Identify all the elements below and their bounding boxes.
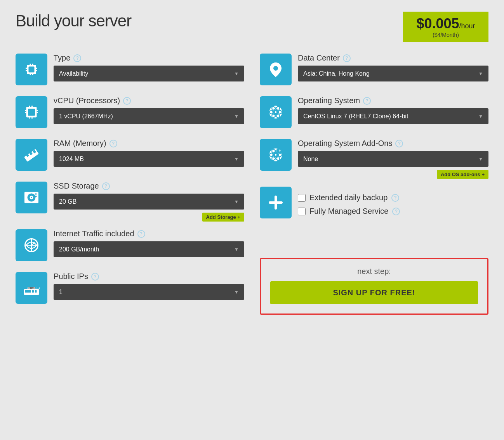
signup-button[interactable]: SIGN UP FOR FREE! [270, 281, 478, 304]
price-per: /hour [459, 22, 475, 30]
fully-managed-checkbox[interactable] [298, 208, 306, 215]
extended-backup-help-icon[interactable]: ? [391, 194, 399, 202]
ram-section: RAM (Memory) ? 512 MB 1024 MB 2048 MB 40… [16, 139, 244, 171]
svg-rect-6 [30, 64, 31, 65]
type-help-icon[interactable]: ? [73, 54, 81, 62]
datacenter-label: Data Center ? [298, 54, 488, 62]
fully-managed-item[interactable]: Fully Managed Service ? [298, 207, 488, 216]
left-column: Type ? Availability Performance Dedicate… [16, 54, 244, 315]
svg-rect-5 [36, 70, 37, 71]
os-select[interactable]: CentOS Linux 7 (RHEL7 Clone) 64-bit Ubun… [298, 108, 488, 124]
os-icon [266, 103, 285, 121]
price-monthly: ($4/Month) [411, 32, 481, 38]
fully-managed-label: Fully Managed Service [309, 207, 388, 216]
svg-rect-17 [31, 106, 33, 107]
svg-rect-19 [31, 118, 33, 119]
svg-rect-4 [36, 68, 37, 69]
svg-rect-28 [35, 194, 37, 195]
svg-rect-18 [29, 118, 30, 119]
datacenter-field-group: Data Center ? Asia: China, Hong Kong US:… [298, 54, 488, 81]
svg-point-41 [273, 66, 278, 71]
svg-rect-8 [30, 74, 31, 75]
extra-icon-box [260, 187, 292, 218]
ssd-select-wrapper: 20 GB 40 GB 80 GB 160 GB ▼ [54, 194, 244, 210]
ram-select[interactable]: 512 MB 1024 MB 2048 MB 4096 MB [54, 151, 244, 167]
price-amount: $0.005 [416, 16, 459, 31]
svg-rect-29 [35, 196, 37, 197]
traffic-select[interactable]: 200 GB/month 500 GB/month 1 TB/month [54, 241, 244, 257]
ssd-field-group: SSD Storage ? 20 GB 40 GB 80 GB 160 GB ▼… [54, 182, 244, 222]
traffic-label: Internet Traffic included ? [54, 229, 244, 238]
traffic-icon [22, 236, 41, 255]
public-ips-section: 192.168.1.1 Public IPs ? 1 2 3 4 [16, 272, 244, 304]
ram-help-icon[interactable]: ? [109, 140, 117, 147]
public-ips-field-group: Public IPs ? 1 2 3 4 5 ▼ [54, 272, 244, 300]
extra-options-group: Extended daily backup ? Fully Managed Se… [298, 189, 488, 216]
cpu-icon [22, 60, 41, 79]
vcpu-icon-box [16, 96, 47, 128]
traffic-field-group: Internet Traffic included ? 200 GB/month… [54, 229, 244, 257]
svg-point-44 [275, 111, 277, 113]
os-addons-field-group: Operating System Add-Ons ? None cPanel P… [298, 139, 488, 179]
public-ips-icon-box: 192.168.1.1 [16, 272, 47, 304]
traffic-section: Internet Traffic included ? 200 GB/month… [16, 229, 244, 261]
vcpu-icon [22, 103, 41, 121]
traffic-select-wrapper: 200 GB/month 500 GB/month 1 TB/month ▼ [54, 241, 244, 257]
ssd-select[interactable]: 20 GB 40 GB 80 GB 160 GB [54, 194, 244, 210]
type-label: Type ? [54, 54, 244, 62]
svg-rect-9 [32, 74, 33, 75]
extra-options-section: Extended daily backup ? Fully Managed Se… [260, 187, 488, 218]
main-content: Type ? Availability Performance Dedicate… [0, 50, 504, 326]
add-os-addons-button[interactable]: Add OS add-ons + [437, 170, 488, 179]
public-ips-help-icon[interactable]: ? [91, 273, 99, 281]
next-step-label: next step: [270, 267, 478, 276]
add-storage-button[interactable]: Add Storage + [202, 213, 245, 222]
ssd-label: SSD Storage ? [54, 182, 244, 191]
os-addons-select[interactable]: None cPanel Plesk [298, 151, 488, 167]
extended-backup-item[interactable]: Extended daily backup ? [298, 193, 488, 202]
os-help-icon[interactable]: ? [363, 97, 371, 105]
plus-icon [266, 193, 285, 212]
svg-text:192.168.1.1: 192.168.1.1 [26, 287, 40, 289]
type-select[interactable]: Availability Performance Dedicated [54, 66, 244, 81]
svg-rect-1 [29, 67, 35, 73]
svg-rect-3 [26, 70, 27, 71]
ram-icon [22, 146, 41, 164]
public-ips-icon: 192.168.1.1 [22, 279, 41, 297]
os-field-group: Operating System ? CentOS Linux 7 (RHEL7… [298, 96, 488, 124]
price-display: $0.005/hour [411, 16, 481, 32]
extended-backup-checkbox[interactable] [298, 194, 306, 202]
svg-rect-7 [32, 64, 33, 65]
os-select-wrapper: CentOS Linux 7 (RHEL7 Clone) 64-bit Ubun… [298, 108, 488, 124]
svg-point-50 [275, 154, 277, 156]
svg-rect-16 [29, 106, 30, 107]
svg-rect-13 [25, 112, 26, 113]
os-addons-icon: + [266, 146, 285, 164]
vcpu-select[interactable]: 1 vCPU (2667MHz) 2 vCPU (2667MHz) 4 vCPU… [54, 108, 244, 124]
vcpu-section: vCPU (Processors) ? 1 vCPU (2667MHz) 2 v… [16, 96, 244, 128]
vcpu-help-icon[interactable]: ? [123, 97, 131, 105]
ssd-help-icon[interactable]: ? [102, 182, 110, 190]
datacenter-help-icon[interactable]: ? [343, 54, 351, 62]
os-addons-icon-box: + [260, 139, 292, 171]
traffic-help-icon[interactable]: ? [137, 230, 145, 238]
header: Build your server $0.005/hour ($4/Month) [0, 0, 504, 50]
ssd-section: SSD Storage ? 20 GB 40 GB 80 GB 160 GB ▼… [16, 182, 244, 222]
ssd-icon-box [16, 182, 47, 213]
datacenter-select[interactable]: Asia: China, Hong Kong US: East EU: Germ… [298, 66, 488, 81]
svg-rect-38 [35, 290, 37, 293]
public-ips-select[interactable]: 1 2 3 4 5 [54, 284, 244, 300]
public-ips-label: Public IPs ? [54, 272, 244, 281]
os-addons-help-icon[interactable]: ? [395, 140, 403, 147]
svg-rect-2 [26, 68, 27, 69]
datacenter-icon-box [260, 54, 292, 85]
fully-managed-help-icon[interactable]: ? [392, 208, 400, 215]
vcpu-select-wrapper: 1 vCPU (2667MHz) 2 vCPU (2667MHz) 4 vCPU… [54, 108, 244, 124]
svg-rect-12 [25, 110, 26, 111]
os-section: Operating System ? CentOS Linux 7 (RHEL7… [260, 96, 488, 128]
type-field-group: Type ? Availability Performance Dedicate… [54, 54, 244, 81]
ssd-icon [22, 188, 41, 207]
ram-icon-box [16, 139, 47, 171]
os-addons-label: Operating System Add-Ons ? [298, 139, 488, 148]
datacenter-icon [266, 60, 285, 79]
